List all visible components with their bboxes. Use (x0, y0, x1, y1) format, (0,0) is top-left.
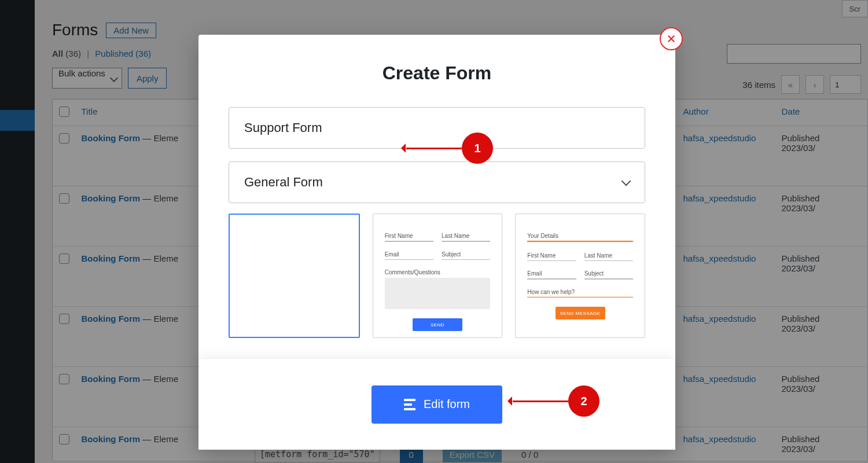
template-contact-basic[interactable]: First Name Last Name Email Subject Comme… (373, 214, 503, 338)
col-author-header[interactable]: Author (678, 100, 776, 126)
row-title-link[interactable]: Booking Form (82, 193, 141, 203)
row-title-link[interactable]: Booking Form (82, 434, 141, 444)
bulk-actions-select[interactable]: Bulk actions (52, 68, 122, 89)
template-blank[interactable] (229, 214, 360, 338)
row-date-value: 2023/03/ (782, 263, 815, 273)
modal-close-button[interactable] (660, 27, 683, 50)
active-menu-indicator (0, 110, 35, 131)
pagination: 36 items « ‹ (742, 75, 861, 94)
row-date-value: 2023/03/ (782, 444, 815, 454)
row-date-status: Published (782, 434, 820, 444)
admin-sidebar[interactable] (0, 0, 35, 463)
row-title-suffix: — Eleme (140, 193, 178, 203)
row-date-value: 2023/03/ (782, 143, 815, 153)
items-count: 36 items (742, 80, 775, 90)
row-title-suffix: — Eleme (140, 133, 178, 143)
row-date-value: 2023/03/ (782, 203, 815, 213)
row-author-link[interactable]: hafsa_xpeedstudio (683, 314, 756, 324)
col-date-header[interactable]: Date (776, 100, 868, 126)
create-form-modal: Create Form General Form First Name Last… (198, 35, 675, 450)
row-title-link[interactable]: Booking Form (82, 374, 141, 384)
row-title-suffix: — Eleme (140, 253, 178, 263)
page-title: Forms (52, 21, 98, 39)
row-checkbox[interactable] (59, 253, 69, 264)
row-title-link[interactable]: Booking Form (82, 253, 141, 263)
row-date-value: 2023/03/ (782, 384, 815, 394)
edit-form-button[interactable]: Edit form (372, 385, 502, 424)
bulk-actions-label: Bulk actions (58, 68, 105, 78)
modal-title: Create Form (198, 63, 675, 84)
row-title-suffix: — Eleme (140, 314, 178, 324)
screen-options-button[interactable]: Scr (842, 0, 869, 17)
form-type-select[interactable]: General Form (229, 161, 645, 203)
template-gallery: First Name Last Name Email Subject Comme… (229, 214, 645, 338)
select-all-checkbox[interactable] (59, 106, 69, 117)
filter-published-link[interactable]: Published (36) (95, 49, 151, 58)
row-date-status: Published (782, 193, 820, 203)
row-date-status: Published (782, 374, 820, 384)
row-title-link[interactable]: Booking Form (82, 314, 141, 324)
chevron-down-icon (110, 74, 118, 82)
pager-prev-button[interactable]: ‹ (806, 75, 824, 94)
filter-separator: | (87, 49, 89, 58)
bulk-apply-button[interactable]: Apply (128, 68, 167, 89)
row-title-suffix: — Eleme (140, 434, 178, 444)
row-date-value: 2023/03/ (782, 324, 815, 333)
form-type-value: General Form (244, 175, 323, 190)
row-author-link[interactable]: hafsa_xpeedstudio (683, 374, 756, 384)
template-contact-orange[interactable]: Your Details First Name Last Name Email … (515, 214, 645, 338)
template-send-button: SEND MESSAGE (556, 307, 605, 319)
row-date-status: Published (782, 253, 820, 263)
filter-all-label[interactable]: All (52, 49, 63, 58)
row-author-link[interactable]: hafsa_xpeedstudio (683, 133, 756, 143)
row-author-link[interactable]: hafsa_xpeedstudio (683, 253, 756, 263)
pager-first-button[interactable]: « (781, 75, 800, 94)
row-checkbox[interactable] (59, 374, 69, 384)
elementor-icon (404, 399, 415, 410)
row-checkbox[interactable] (59, 434, 69, 444)
row-author-link[interactable]: hafsa_xpeedstudio (683, 434, 756, 444)
row-checkbox[interactable] (59, 193, 69, 204)
search-input[interactable] (727, 44, 861, 64)
row-checkbox[interactable] (59, 314, 69, 324)
close-icon (666, 34, 676, 44)
edit-form-label: Edit form (424, 398, 470, 411)
row-title-suffix: — Eleme (140, 374, 178, 384)
row-date-status: Published (782, 314, 820, 324)
template-send-button: SEND (413, 318, 462, 331)
row-checkbox[interactable] (59, 133, 69, 144)
form-name-input[interactable] (229, 107, 645, 149)
chevron-down-icon (621, 177, 631, 186)
pager-current-page[interactable] (830, 75, 861, 94)
add-new-button[interactable]: Add New (106, 23, 156, 38)
row-date-status: Published (782, 133, 820, 143)
row-author-link[interactable]: hafsa_xpeedstudio (683, 193, 756, 203)
filter-all-count: (36) (65, 49, 81, 58)
row-title-link[interactable]: Booking Form (82, 133, 141, 143)
